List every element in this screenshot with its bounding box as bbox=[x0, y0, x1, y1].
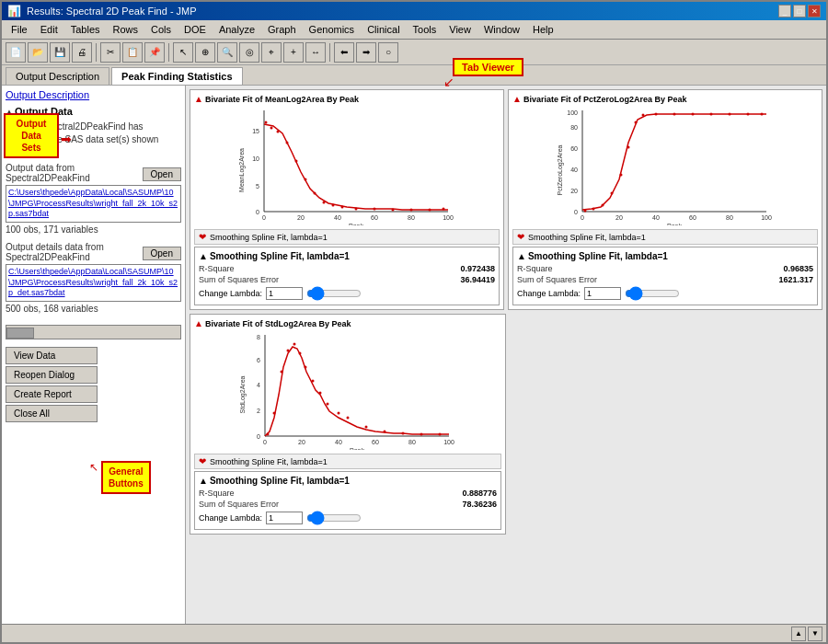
view-data-button[interactable]: View Data bbox=[6, 347, 98, 364]
scroll-down-button[interactable]: ▼ bbox=[808, 627, 822, 641]
menu-genomics[interactable]: Genomics bbox=[304, 22, 361, 37]
svg-point-19 bbox=[305, 178, 307, 181]
svg-text:8: 8 bbox=[257, 334, 260, 340]
general-buttons-callout: GeneralButtons bbox=[101, 461, 151, 494]
svg-text:80: 80 bbox=[726, 214, 733, 221]
svg-text:10: 10 bbox=[252, 155, 259, 162]
file2-open-button[interactable]: Open bbox=[143, 247, 181, 260]
menu-help[interactable]: Help bbox=[527, 22, 559, 37]
chart1-rsquare-label: R-Square bbox=[199, 264, 235, 273]
tab-output-description[interactable]: Output Description bbox=[6, 67, 109, 85]
svg-point-89 bbox=[384, 431, 386, 433]
menu-file[interactable]: File bbox=[6, 22, 33, 37]
chart2-container: ▲ Bivariate Fit of PctZeroLog2Area By Pe… bbox=[508, 89, 822, 310]
svg-text:2: 2 bbox=[257, 408, 260, 414]
svg-point-52 bbox=[635, 121, 638, 124]
chart1-lambda-slider[interactable] bbox=[306, 286, 362, 301]
tab-bar: Output Description Peak Finding Statisti… bbox=[2, 65, 826, 86]
svg-text:60: 60 bbox=[372, 439, 379, 445]
svg-point-16 bbox=[277, 131, 280, 133]
menu-window[interactable]: Window bbox=[478, 22, 525, 37]
toolbar-sep2 bbox=[168, 43, 169, 62]
toolbar-open[interactable]: 📂 bbox=[28, 42, 48, 63]
menu-analyze[interactable]: Analyze bbox=[213, 22, 260, 37]
chart3-lambda-label: Change Lambda: bbox=[199, 513, 262, 523]
close-button[interactable]: ✕ bbox=[808, 5, 821, 17]
maximize-button[interactable]: □ bbox=[793, 5, 806, 17]
tab-peak-finding[interactable]: Peak Finding Statistics bbox=[111, 67, 242, 85]
toolbar-lasso[interactable]: ⌖ bbox=[261, 42, 282, 63]
menu-clinical[interactable]: Clinical bbox=[362, 22, 405, 37]
file1-open-button[interactable]: Open bbox=[143, 167, 181, 181]
svg-text:6: 6 bbox=[257, 357, 260, 363]
menu-tools[interactable]: Tools bbox=[408, 22, 443, 37]
chart3-lambda-slider[interactable] bbox=[306, 511, 362, 525]
svg-point-84 bbox=[319, 392, 322, 395]
chart2-stats-title-text: Smoothing Spline Fit, lambda=1 bbox=[528, 251, 668, 261]
menu-doe[interactable]: DOE bbox=[178, 22, 212, 37]
file1-path[interactable]: C:\Users\thpede\AppData\Local\SASUMP\10\… bbox=[6, 185, 181, 223]
toolbar-zoom[interactable]: 🔍 bbox=[217, 42, 237, 63]
minimize-button[interactable]: _ bbox=[778, 5, 791, 17]
chart2-rsquare-label: R-Square bbox=[517, 264, 553, 273]
chart2-lambda-input[interactable] bbox=[584, 287, 621, 300]
svg-point-77 bbox=[273, 412, 276, 415]
chart1-lambda-input[interactable] bbox=[266, 287, 303, 300]
toolbar-save[interactable]: 💾 bbox=[50, 42, 70, 63]
toolbar-circle[interactable]: ○ bbox=[378, 42, 398, 63]
svg-point-27 bbox=[410, 209, 413, 212]
svg-text:100: 100 bbox=[443, 439, 454, 445]
svg-point-83 bbox=[312, 380, 315, 383]
file2-section: Output details data from Spectral2DPeakF… bbox=[6, 242, 181, 314]
toolbar-arrow[interactable]: ↖ bbox=[173, 42, 193, 63]
svg-point-14 bbox=[265, 121, 268, 124]
svg-text:40: 40 bbox=[652, 214, 660, 221]
toolbar-select[interactable]: ⊕ bbox=[195, 42, 215, 63]
toolbar-copy[interactable]: 📋 bbox=[122, 42, 143, 63]
toolbar-cut[interactable]: ✂ bbox=[100, 42, 121, 63]
chart2-stats-title: ▲ Smoothing Spline Fit, lambda=1 bbox=[517, 251, 813, 261]
toolbar-left[interactable]: ⬅ bbox=[334, 42, 354, 63]
toolbar-right[interactable]: ➡ bbox=[356, 42, 376, 63]
toolbar-plus[interactable]: + bbox=[283, 42, 304, 63]
scrollbar[interactable] bbox=[6, 325, 181, 339]
close-all-button[interactable]: Close All bbox=[6, 405, 98, 422]
output-description-link[interactable]: Output Description bbox=[6, 89, 181, 100]
charts-row-2: ▲ Bivariate Fit of StdLog2Area By Peak 0… bbox=[190, 314, 822, 535]
scroll-up-button[interactable]: ▲ bbox=[791, 627, 806, 641]
menu-bar: File Edit Tables Rows Cols DOE Analyze G… bbox=[2, 20, 826, 40]
svg-text:80: 80 bbox=[408, 439, 416, 445]
chart1-sse-row: Sum of Squares Error 36.94419 bbox=[199, 275, 495, 284]
chart1-sse-value: 36.94419 bbox=[460, 275, 495, 284]
svg-text:20: 20 bbox=[298, 439, 305, 445]
toolbar-print[interactable]: 🖨 bbox=[72, 42, 92, 63]
toolbar-brush[interactable]: ◎ bbox=[239, 42, 259, 63]
svg-text:5: 5 bbox=[256, 183, 259, 190]
menu-cols[interactable]: Cols bbox=[145, 22, 177, 37]
svg-point-81 bbox=[299, 352, 302, 355]
toolbar-paste[interactable]: 📌 bbox=[144, 42, 165, 63]
menu-tables[interactable]: Tables bbox=[65, 22, 106, 37]
svg-point-60 bbox=[761, 113, 764, 116]
right-panel: ▲ Bivariate Fit of MeanLog2Area By Peak … bbox=[186, 86, 826, 624]
menu-edit[interactable]: Edit bbox=[35, 22, 63, 37]
chart2-stats-triangle: ▲ bbox=[517, 251, 526, 261]
chart3-sse-label: Sum of Squares Error bbox=[199, 500, 279, 509]
title-bar: 📊 Results: Spectral 2D Peak Find - JMP _… bbox=[2, 2, 826, 20]
menu-view[interactable]: View bbox=[443, 22, 477, 37]
chart3-lambda-input[interactable] bbox=[266, 512, 303, 524]
chart2-lambda-slider[interactable] bbox=[625, 286, 680, 301]
menu-rows[interactable]: Rows bbox=[108, 22, 144, 37]
status-bar: ▲ ▼ bbox=[2, 624, 826, 642]
window-title: Results: Spectral 2D Peak Find - JMP bbox=[27, 6, 197, 17]
create-report-button[interactable]: Create Report bbox=[6, 385, 98, 403]
toolbar-move[interactable]: ↔ bbox=[305, 42, 326, 63]
reopen-dialog-button[interactable]: Reopen Dialog bbox=[6, 366, 98, 384]
general-buttons-arrow: ↖ bbox=[89, 461, 98, 474]
svg-point-78 bbox=[281, 371, 283, 374]
content-area: OutputDataSets ➡ GeneralButtons ↖ Output… bbox=[2, 86, 826, 624]
svg-point-48 bbox=[602, 204, 604, 207]
toolbar-new[interactable]: 📄 bbox=[6, 42, 26, 63]
menu-graph[interactable]: Graph bbox=[262, 22, 302, 37]
file2-path[interactable]: C:\Users\thpede\AppData\Local\SASUMP\10\… bbox=[6, 264, 181, 302]
